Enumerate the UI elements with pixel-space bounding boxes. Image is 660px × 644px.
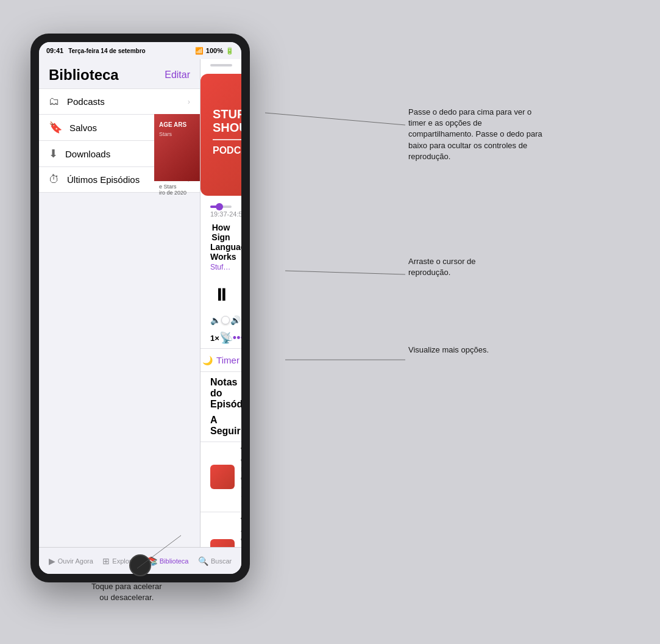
podcasts-chevron: › [188, 97, 190, 106]
up-next-thumb-2 [210, 539, 235, 547]
volume-row: 🔈 🔊 [200, 313, 241, 327]
current-time: 19:37 [210, 210, 227, 218]
play-tab-icon: ▶ [49, 556, 55, 566]
np-handle-bar [210, 64, 232, 66]
moon-icon: 🌙 [202, 356, 213, 365]
battery-icon: 🔋 [225, 47, 234, 55]
ipad-frame: 09:41 Terça-feira 14 de setembro 📶 100% … [30, 34, 250, 582]
status-bar: 09:41 Terça-feira 14 de setembro 📶 100% … [39, 42, 241, 59]
swipe-content: 🌙 Timer Notas do Episódio Mostrar A Segu… [200, 348, 241, 547]
album-thumbnail: AGE ARS Stars [154, 114, 200, 181]
annotation-speed: Toque para acelerar ou desacelerar. [91, 570, 162, 604]
tab-ouvir-agora[interactable]: ▶ Ouvir Agora [49, 556, 93, 566]
annotation-swipe-up: Passe o dedo para cima para ver o timer … [408, 107, 542, 162]
timer-row[interactable]: 🌙 Timer [200, 349, 241, 372]
more-options-button[interactable]: ••• [233, 332, 241, 345]
status-date: Terça-feira 14 de setembro [68, 48, 146, 54]
volume-min-icon: 🔈 [210, 315, 221, 325]
podcast-art-title: STUFF YOU SHOULD KNOW [213, 107, 241, 134]
tab-biblioteca[interactable]: 📚 Biblioteca [147, 556, 189, 566]
library-header: Biblioteca Editar [39, 59, 200, 88]
annotation-cursor: Arraste o cursor de reprodução. [408, 256, 518, 278]
svg-line-1 [285, 271, 405, 274]
tab-buscar-label: Buscar [211, 557, 232, 565]
library-item-podcasts[interactable]: 🗂 Podcasts › [39, 88, 200, 115]
podcast-antenna-icon[interactable]: 📡 [219, 331, 233, 345]
playback-controls: ↺ 15 ⏸ ↻ 30 [200, 276, 241, 313]
edit-button[interactable]: Editar [165, 70, 190, 80]
nowplaying-panel: 📡 STUFF YOU SHOULD KNOW PODCAST ❤️ [200, 59, 241, 547]
annotation-more-options: Visualize mais opções. [408, 345, 489, 356]
tab-ouvir-label: Ouvir Agora [58, 557, 93, 565]
podcast-art-divider [213, 139, 241, 140]
up-next-show-1: Stuff You Should Know [241, 482, 241, 508]
library-title: Biblioteca [49, 66, 119, 84]
status-time: 09:41 [46, 47, 63, 54]
podcasts-label: Podcasts [67, 96, 180, 107]
track-title: How Sign Language Works [210, 223, 232, 262]
pause-button[interactable]: ⏸ [213, 281, 230, 308]
up-next-info-1: Will computers replace doctors? Stuff Yo… [241, 446, 241, 508]
speed-button[interactable]: 1× [210, 334, 219, 343]
album-stars-info: e Stars iro de 2020 [154, 181, 200, 198]
up-next-title-1: Will computers replace doctors? [241, 446, 241, 482]
extra-controls: 1× 📡 ••• [200, 327, 241, 348]
track-info: How Sign Language Works Stuff You Should… [200, 220, 241, 276]
track-subtitle: Stuff You Should Know — 6 de fever [210, 263, 232, 271]
up-next-item-1[interactable]: Will computers replace doctors? Stuff Yo… [200, 442, 241, 512]
progress-thumb[interactable] [216, 203, 223, 210]
progress-bar[interactable] [210, 206, 232, 208]
np-handle [200, 59, 241, 69]
scene: 09:41 Terça-feira 14 de setembro 📶 100% … [0, 0, 660, 644]
podcasts-icon: 🗂 [49, 95, 60, 108]
battery-label: 100% [206, 47, 223, 54]
search-tab-icon: 🔍 [198, 556, 208, 566]
episode-notes-header: Notas do Episódio Mostrar [200, 372, 241, 412]
wifi-icon: 📶 [195, 47, 204, 55]
ipad-screen: 09:41 Terça-feira 14 de setembro 📶 100% … [39, 42, 241, 574]
explore-tab-icon: ⊞ [102, 556, 110, 566]
library-panel: Biblioteca Editar 🗂 Podcasts › 🔖 Salvos [39, 59, 200, 547]
volume-max-icon: 🔊 [230, 315, 241, 325]
main-content: Biblioteca Editar 🗂 Podcasts › 🔖 Salvos [39, 59, 241, 547]
episode-notes-label: Notas do Episódio [210, 377, 241, 410]
progress-times: 19:37 -24:53 [210, 210, 232, 218]
up-next-title-2: What are crystal skulls? [241, 516, 241, 547]
volume-thumb[interactable] [221, 316, 230, 324]
podcast-art-subtitle: PODCAST [213, 145, 241, 156]
up-next-label: A Seguir [200, 412, 241, 442]
podcast-artwork: 📡 STUFF YOU SHOULD KNOW PODCAST ❤️ [200, 74, 241, 196]
downloads-icon: ⬇ [49, 147, 58, 160]
up-next-thumb-1 [210, 465, 235, 489]
salvos-icon: 🔖 [49, 121, 62, 134]
episodios-icon: ⏱ [49, 173, 60, 186]
up-next-info-2: What are crystal skulls? Stuff You Shoul… [241, 516, 241, 547]
up-next-item-2[interactable]: What are crystal skulls? Stuff You Shoul… [200, 512, 241, 547]
timer-label: Timer [216, 355, 240, 365]
progress-area[interactable]: 19:37 -24:53 [200, 203, 241, 220]
tab-buscar[interactable]: 🔍 Buscar [198, 556, 232, 566]
tab-biblioteca-label: Biblioteca [160, 557, 189, 565]
podcast-art-text: STUFF YOU SHOULD KNOW PODCAST [213, 107, 241, 156]
remaining-time: -24:53 [227, 210, 241, 218]
svg-line-0 [265, 113, 405, 125]
